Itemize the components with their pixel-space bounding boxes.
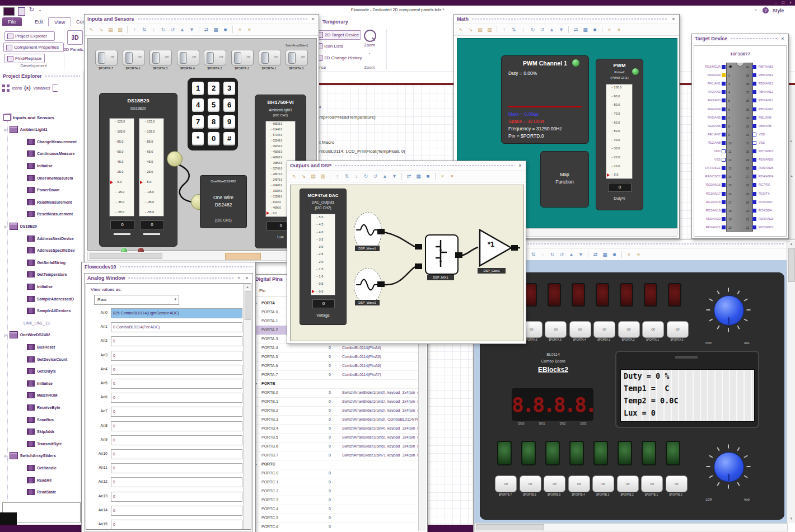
analog-field-an1[interactable]: 0 ComboBL0114(Pot ADC)	[111, 322, 242, 332]
tree-item-link-line-13[interactable]: LINK_LINE_13	[24, 317, 50, 328]
toolbar-icon-5[interactable]: ⇅	[510, 26, 517, 34]
help-icon[interactable]: ?	[763, 7, 769, 13]
2d-panels-label[interactable]: 2D Panels.	[63, 47, 85, 52]
toolbar-icon-14[interactable]: ×	[625, 251, 633, 258]
toolbar-icon-14[interactable]: ×	[236, 26, 244, 34]
ribbon-collapse-icon[interactable]: ^	[755, 8, 757, 13]
toolbar-icon-13[interactable]: ■	[591, 26, 598, 34]
toolbar-icon-6[interactable]: ↓	[353, 173, 360, 180]
tree-item-resetmeasurement[interactable]: ResetMeasurement	[27, 209, 73, 220]
tree-item-gethandle[interactable]: GetHandle	[27, 462, 57, 473]
toolbar-icon-5[interactable]: ⇅	[343, 173, 350, 180]
analog-field-an4[interactable]: 0	[111, 365, 242, 375]
toolbar-icon-7[interactable]: ↻	[362, 173, 370, 180]
tree-item-getidbyte[interactable]: GetIDByte	[27, 366, 56, 377]
toolbar-icon-2[interactable]: ▤	[107, 26, 114, 34]
tree-item-inputs-and-sensors[interactable]: Inputs and Sensors	[3, 112, 54, 123]
toolbar-icon-12[interactable]: ▦	[212, 26, 219, 34]
redo-icon[interactable]: ↻	[29, 6, 34, 13]
pwm-duty-slider[interactable]: 100.090.080.070.060.050.040.030.020.010.…	[606, 84, 633, 179]
toolbar-icon-15[interactable]: ×	[246, 26, 253, 34]
zoom-button-label[interactable]: Zoom	[359, 43, 380, 48]
pwm-channel-component[interactable]: PWM Channel 1 Duty = 0.00% Mark = 0.00us…	[501, 55, 589, 144]
3d-panels-button[interactable]: 3D	[67, 30, 83, 45]
toolbar-icon-4[interactable]: ↑	[131, 26, 138, 34]
board-button--portb-0[interactable]: Off	[666, 475, 688, 492]
toolbar-icon-0[interactable]: ↖	[88, 26, 95, 34]
digital-row-porta-4[interactable]: PORTA.40ComboBL0114(PinA4)	[252, 343, 418, 353]
analog-field-an8[interactable]: 0	[111, 421, 242, 431]
toolbar-icon-1[interactable]: ↘	[467, 26, 474, 34]
toolbar-icon-10[interactable]: ▼	[188, 26, 195, 34]
wire-node-icon[interactable]	[167, 151, 183, 167]
view-toggle-0[interactable]: 2D Target Device	[314, 30, 361, 40]
scroll-up-icon[interactable]: ▲	[244, 285, 251, 289]
component-properties-button[interactable]: Component Properties	[3, 43, 64, 52]
tree-item-initialise[interactable]: Initialise	[27, 281, 53, 292]
digital-row-portb-6[interactable]: PORTB.60SwitchArraySlider1(pin6), keypad…	[252, 442, 418, 451]
tree-item-getdevicecount[interactable]: GetDeviceCount	[27, 354, 67, 365]
tree-item-readall[interactable]: ReadAll	[27, 474, 52, 486]
toolbar-icon-11[interactable]: ⇄	[572, 26, 579, 34]
tree-item-onetimemeasurem[interactable]: OneTimeMeasurem	[27, 172, 73, 183]
analog-field-an12[interactable]: 0	[111, 477, 242, 487]
toolbar-icon-12[interactable]: ▦	[582, 26, 589, 34]
tree-item-powerdown[interactable]: PowerDown	[27, 185, 59, 196]
toolbar-icon-5[interactable]: ⇅	[530, 251, 537, 258]
tree-item-initialise[interactable]: Initialise	[27, 160, 53, 171]
analog-field-an14[interactable]: 0	[111, 506, 242, 516]
toolbar-icon-4[interactable]: ↑	[501, 26, 508, 34]
ldr-knob[interactable]	[714, 452, 744, 482]
toolbar-icon-2[interactable]: ▤	[310, 173, 317, 180]
toolbar-icon-12[interactable]: ▦	[601, 251, 609, 258]
tree-item-ambientlight1[interactable]: ▷AmbientLight1	[4, 124, 48, 135]
tab-edit[interactable]: Edit	[29, 17, 49, 26]
toolbar-icon-3[interactable]: ▥	[116, 26, 124, 34]
close-icon[interactable]: ×	[310, 16, 316, 22]
toolbar-icon-10[interactable]: ▼	[558, 26, 565, 34]
toolbar-icon-6[interactable]: ↓	[150, 26, 157, 34]
digital-row-portb-3[interactable]: PORTB.30SwitchArraySlider1(pin3), ComboB…	[252, 415, 418, 425]
close-button[interactable]: ×	[789, 0, 792, 6]
expander-icon[interactable]: ▷	[4, 128, 7, 131]
tree-item-readmeasurement[interactable]: ReadMeasurement	[27, 196, 72, 208]
slider-marker-icon[interactable]	[266, 211, 269, 215]
tree-item-transmitbyte[interactable]: TransmitByte	[27, 438, 62, 449]
toolbar-icon-8[interactable]: ↺	[169, 26, 176, 34]
toolbar-icon-9[interactable]: ▲	[548, 26, 555, 34]
tree-item-onewireds2482[interactable]: ▷OneWireDS2482	[4, 329, 50, 341]
toolbar-icon-6[interactable]: ↓	[539, 251, 546, 258]
expander-icon[interactable]: ▷	[4, 333, 7, 337]
board-button--portb-7[interactable]: Off	[495, 475, 517, 492]
digital-row-portb-0[interactable]: PORTB.00SwitchArraySlider1(pin0), keypad…	[252, 388, 418, 398]
toolbar-icon-10[interactable]: ▼	[391, 173, 398, 180]
tab-file[interactable]: File	[2, 17, 22, 26]
toolbar-icon-9[interactable]: ▲	[179, 26, 186, 34]
toolbar-icon-7[interactable]: ↻	[549, 251, 556, 258]
tree-item-addressspecificdev[interactable]: AddressSpecificDev	[27, 245, 75, 256]
tree-item-scanbus[interactable]: ScanBus	[27, 414, 54, 425]
analog-field-an0[interactable]: 825 ComboBL0114(LightSensor ADC)	[111, 308, 242, 318]
tab-icons[interactable]: Icons	[12, 86, 22, 91]
tree-item-skipaddr[interactable]: SkipAddr	[27, 426, 54, 437]
close-icon[interactable]: ×	[517, 162, 523, 169]
toolbar-icon-3[interactable]: ▥	[319, 173, 326, 180]
toolbar-icon-8[interactable]: ↺	[558, 251, 565, 258]
board-button--porta-4[interactable]: Off	[569, 321, 591, 338]
onewire-component[interactable]: OneWireDS2482 One Wire DS2482 (I2C CH1)	[200, 175, 247, 228]
tab-variables[interactable]: Variables	[33, 86, 50, 91]
board-button--porta-5[interactable]: Off	[545, 321, 567, 338]
tree-item-addressnextdevice[interactable]: AddressNextDevice	[27, 233, 74, 244]
toolbar-icon-1[interactable]: ↘	[97, 26, 105, 34]
analog-vscrollbar[interactable]: ▲	[243, 284, 251, 529]
digital-row-porta-7[interactable]: PORTA.70ComboBL0114(PinA7)	[252, 370, 418, 380]
board-hscrollbar[interactable]	[474, 523, 788, 531]
digital-row-portb-2[interactable]: PORTB.20SwitchArraySlider1(pin2), keypad…	[252, 406, 418, 416]
quick-access-dropdown-icon[interactable]: ▾	[39, 8, 41, 12]
toolbar-icon-7[interactable]: ↻	[529, 26, 536, 34]
inputs-hscrollbar[interactable]	[87, 252, 317, 261]
scroll-thumb[interactable]	[90, 253, 162, 259]
close-icon[interactable]: ×	[244, 275, 250, 281]
toolbar-icon-0[interactable]: ↖	[457, 26, 465, 34]
board-button--porta-2[interactable]: Off	[618, 321, 640, 338]
